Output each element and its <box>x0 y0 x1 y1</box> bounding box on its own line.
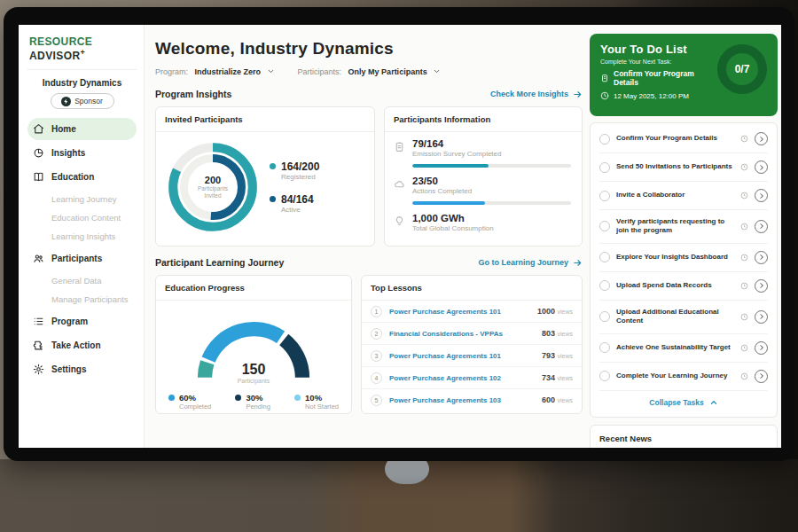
lesson-row[interactable]: 2 Financial Considerations - VPPAs 803 v… <box>362 323 582 345</box>
todo-subtitle: Complete Your Next Task: <box>600 59 717 65</box>
stat-consumption: 1,000 GWh Total Global Consumption <box>385 207 582 234</box>
legend-registered: 164/200 Registered <box>270 160 319 181</box>
check-more-insights-link[interactable]: Check More Insights <box>490 90 583 99</box>
chevron-right-icon[interactable] <box>755 341 768 355</box>
task-row-achieve-target[interactable]: Achieve One Sustainability Target <box>599 334 768 363</box>
stat-label: Actions Completed <box>412 187 472 195</box>
task-checkbox[interactable] <box>599 342 610 353</box>
lesson-link[interactable]: Power Purchase Agreements 103 <box>389 396 535 404</box>
top-lessons-card: Top Lessons 1 Power Purchase Agreements … <box>361 275 583 414</box>
sidebar: RESOURCE ADVISOR+ Industry Dynamics Spon… <box>19 25 145 448</box>
task-row-verify-participants[interactable]: Verify participants requesting to join t… <box>599 210 768 244</box>
stat-value: 79/164 <box>412 138 501 149</box>
lesson-views: 734 <box>542 373 555 382</box>
sidebar-item-learning-journey[interactable]: Learning Journey <box>27 190 137 208</box>
todo-due-date: 12 May 2025, 12:00 PM <box>600 91 717 100</box>
task-checkbox[interactable] <box>599 280 610 291</box>
bulb-icon <box>394 215 405 227</box>
lesson-row[interactable]: 1 Power Purchase Agreements 101 1000 vie… <box>362 301 582 323</box>
chevron-right-icon[interactable] <box>755 132 768 145</box>
chevron-right-icon[interactable] <box>755 370 768 383</box>
collapse-tasks-button[interactable]: Collapse Tasks <box>599 391 768 415</box>
cloud-icon <box>394 178 405 190</box>
sponsor-icon <box>61 97 71 106</box>
program-filter[interactable]: Program: Industrialize Zero <box>155 67 275 76</box>
home-icon <box>33 123 44 135</box>
dashboard-screen: RESOURCE ADVISOR+ Industry Dynamics Spon… <box>19 25 781 448</box>
task-checkbox[interactable] <box>599 221 610 231</box>
task-checkbox[interactable] <box>599 134 610 145</box>
legend-not-started: 10% Not Started <box>294 393 339 411</box>
lesson-link[interactable]: Power Purchase Agreements 102 <box>389 374 535 382</box>
task-row-complete-learning-journey[interactable]: Complete Your Learning Journey <box>599 363 768 391</box>
sidebar-item-learning-insights[interactable]: Learning Insights <box>27 227 137 246</box>
sponsor-label: Sponsor <box>74 97 103 106</box>
go-to-learning-journey-link[interactable]: Go to Learning Journey <box>478 258 583 268</box>
legend-label: Not Started <box>305 403 339 411</box>
sidebar-item-settings[interactable]: Settings <box>27 358 137 380</box>
lesson-row[interactable]: 4 Power Purchase Agreements 102 734 view… <box>362 367 582 389</box>
task-checkbox[interactable] <box>599 162 610 173</box>
sidebar-item-label: Settings <box>51 364 86 374</box>
filter-bar: Program: Industrialize Zero Participants… <box>155 67 583 76</box>
sidebar-item-program[interactable]: Program <box>27 310 137 332</box>
legend-value: 84/164 <box>281 193 314 206</box>
task-checkbox[interactable] <box>599 371 610 381</box>
sidebar-item-education[interactable]: Education <box>27 166 137 188</box>
page-title: Welcome, Industry Dynamics <box>155 39 583 59</box>
task-checkbox[interactable] <box>599 311 610 322</box>
chevron-right-icon[interactable] <box>755 160 768 174</box>
invited-participants-card: Invited Participants <box>155 106 375 246</box>
legend-pending: 30% Pending <box>235 393 270 411</box>
clipboard-icon <box>394 141 405 153</box>
sidebar-item-general-data[interactable]: General Data <box>27 271 137 290</box>
sidebar-item-home[interactable]: Home <box>27 118 137 140</box>
sidebar-item-label: Home <box>51 124 76 134</box>
lesson-link[interactable]: Power Purchase Agreements 101 <box>389 352 535 360</box>
task-row-confirm-program[interactable]: Confirm Your Program Details <box>599 125 768 153</box>
insights-icon <box>33 147 44 159</box>
task-row-upload-educational-content[interactable]: Upload Additional Educational Content <box>599 301 768 334</box>
task-label: Achieve One Sustainability Target <box>616 343 734 352</box>
todo-due-label: 12 May 2025, 12:00 PM <box>614 92 689 100</box>
lesson-rank: 2 <box>371 328 382 340</box>
collapse-label: Collapse Tasks <box>649 398 703 407</box>
lesson-row[interactable]: 3 Power Purchase Agreements 101 793 view… <box>362 345 582 367</box>
chevron-right-icon[interactable] <box>755 189 768 202</box>
chevron-right-icon[interactable] <box>755 220 768 233</box>
todo-next-task[interactable]: Confirm Your Program Details <box>600 69 717 87</box>
lesson-row[interactable]: 5 Power Purchase Agreements 103 600 view… <box>362 389 582 411</box>
task-row-explore-insights[interactable]: Explore Your Insights Dashboard <box>599 244 768 272</box>
sidebar-item-insights[interactable]: Insights <box>27 142 137 164</box>
task-row-upload-spend-data[interactable]: Upload Spend Data Records <box>599 272 768 301</box>
sidebar-item-education-content[interactable]: Education Content <box>27 208 137 227</box>
gear-icon <box>33 364 44 375</box>
task-checkbox[interactable] <box>599 252 610 262</box>
task-row-send-invitations[interactable]: Send 50 Invitations to Participants <box>599 153 768 182</box>
actions-progress-bar <box>412 201 571 205</box>
views-suffix: views <box>557 375 573 381</box>
task-checkbox[interactable] <box>599 191 610 201</box>
participants-filter-label: Participants: <box>298 67 342 76</box>
sidebar-item-participants[interactable]: Participants <box>27 247 137 270</box>
legend-dot <box>270 163 276 169</box>
task-label: Verify participants requesting to join t… <box>616 217 734 236</box>
lesson-link[interactable]: Financial Considerations - VPPAs <box>389 330 535 338</box>
sidebar-item-manage-participants[interactable]: Manage Participants <box>27 290 137 309</box>
legend-label: Pending <box>246 403 270 411</box>
lesson-link[interactable]: Power Purchase Agreements 101 <box>389 308 530 316</box>
card-title: Invited Participants <box>156 107 374 132</box>
legend-value: 164/200 <box>281 160 319 173</box>
legend-dot <box>168 395 175 401</box>
participants-filter[interactable]: Participants: Only My Participants <box>298 67 442 76</box>
clock-icon <box>740 135 748 143</box>
chevron-right-icon[interactable] <box>755 251 768 264</box>
task-row-invite-collaborator[interactable]: Invite a Collaborator <box>599 182 768 210</box>
desk-background: RESOURCE ADVISOR+ Industry Dynamics Spon… <box>0 0 798 532</box>
stat-label: Emission Survey Completed <box>412 150 501 158</box>
chevron-right-icon[interactable] <box>755 279 768 293</box>
sidebar-item-label: Education <box>51 172 94 182</box>
program-filter-value: Industrialize Zero <box>195 67 262 76</box>
chevron-right-icon[interactable] <box>755 310 768 324</box>
sidebar-item-take-action[interactable]: Take Action <box>27 334 137 356</box>
